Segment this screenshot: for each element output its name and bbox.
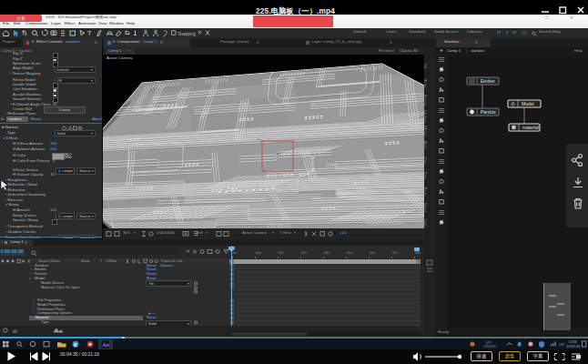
svg-text:T: T	[87, 29, 92, 37]
svg-text:14:33: 14:33	[569, 341, 577, 345]
svg-text:Ae: Ae	[103, 342, 109, 348]
svg-text:Snapping: Snapping	[178, 32, 197, 36]
svg-text:Emitter: Emitter	[481, 78, 495, 84]
svg-text:2023/1/25: 2023/1/25	[566, 346, 581, 349]
svg-text:CH: CH	[559, 344, 564, 348]
svg-text:material: material	[522, 125, 539, 130]
svg-text:Model: Model	[522, 101, 534, 106]
svg-text:CP/2S/9C: CP/2S/9C	[483, 345, 497, 349]
svg-text:e: e	[74, 341, 77, 348]
svg-text:Particle: Particle	[481, 109, 496, 115]
